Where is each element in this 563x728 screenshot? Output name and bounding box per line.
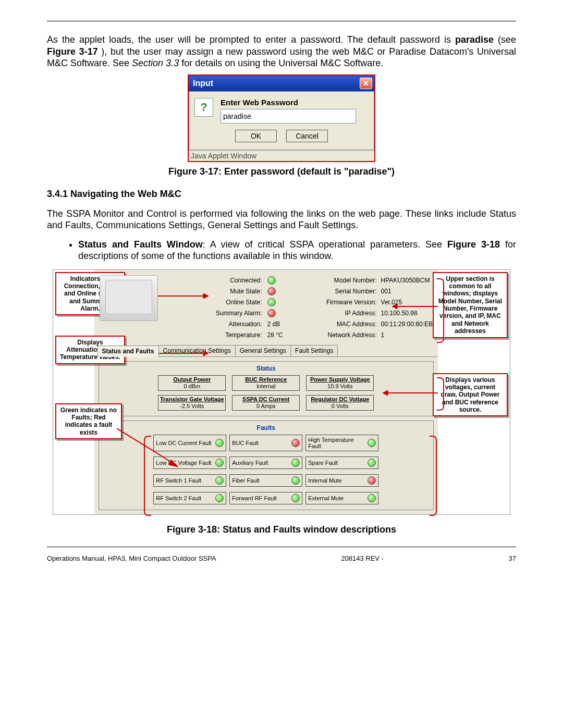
fault-led-icon xyxy=(291,494,300,502)
bottom-rule xyxy=(47,547,516,547)
kv-value: 00:11:29:00:80:EB xyxy=(381,320,433,328)
status-box-value: 10.9 Volts xyxy=(308,383,372,390)
kv-table: Connected:Model Number:HPAKU3050BCMMute … xyxy=(158,275,433,341)
footer-center: 208143 REV - xyxy=(341,554,384,562)
tab-general-settings[interactable]: General Settings xyxy=(235,345,291,356)
status-box: SSPA DC Current0 Amps xyxy=(232,395,300,411)
status-box-value: Internal xyxy=(234,383,298,390)
kv-label: Temperature: xyxy=(158,331,267,339)
input-dialog: Input ✕ ? Enter Web Password OK Cancel J… xyxy=(188,75,375,162)
status-box-value: 0 Volts xyxy=(308,403,372,410)
kv-label: Connected: xyxy=(158,277,267,284)
fault-box: Forward RF Fault xyxy=(229,492,302,504)
bracket-left-bottom xyxy=(144,436,151,516)
status-box: BUC ReferenceInternal xyxy=(232,375,300,391)
bullet-status-faults: Status and Faults Window: A view of crit… xyxy=(78,239,516,262)
intro-paragraph: As the applet loads, the user will be pr… xyxy=(47,34,516,69)
kv-row: Summary Alarm:IP Address:10.100.50.98 xyxy=(158,308,433,319)
cancel-button[interactable]: Cancel xyxy=(286,130,328,142)
fault-box: Auxiliary Fault xyxy=(229,456,302,469)
fault-box: High Temperature Fault xyxy=(305,435,378,451)
password-input[interactable] xyxy=(221,109,356,124)
kv-value: 2 dB xyxy=(267,320,299,328)
fault-box: RF Switch 1 Fault xyxy=(153,474,226,487)
status-box-name: Transistor Gate Voltage xyxy=(160,396,224,403)
kv-label: Firmware Version: xyxy=(299,299,381,306)
status-box-value: 0 Amps xyxy=(234,403,298,410)
fault-box-name: Auxiliary Fault xyxy=(232,460,288,466)
fault-box-name: Forward RF Fault xyxy=(232,495,288,501)
fault-box-name: RF Switch 1 Fault xyxy=(156,477,212,484)
status-box-value: -2.5 Volts xyxy=(160,403,224,410)
bracket-right-mid xyxy=(437,377,444,411)
fault-box-name: Internal Mute xyxy=(308,477,364,484)
status-led-icon xyxy=(267,287,276,295)
bracket-right-bottom xyxy=(430,436,437,516)
tab-bar: Status and FaultsCommunication SettingsG… xyxy=(97,345,438,357)
fault-box-name: External Mute xyxy=(308,495,364,501)
status-box: Regulator DC Voltage0 Volts xyxy=(306,395,374,411)
fault-box-name: Fiber Fault xyxy=(232,477,288,484)
ok-button[interactable]: OK xyxy=(235,130,277,142)
dialog-titlebar: Input ✕ xyxy=(189,76,374,91)
figure-ref: Figure 3-17 xyxy=(47,46,98,57)
fault-box: Internal Mute xyxy=(305,474,378,487)
question-icon: ? xyxy=(194,98,213,117)
fault-box-name: BUC Fault xyxy=(232,440,288,446)
status-led-icon xyxy=(267,309,276,317)
status-box-name: Regulator DC Voltage xyxy=(308,396,372,403)
fault-led-icon xyxy=(291,476,300,485)
status-box-name: Output Power xyxy=(160,376,224,383)
fault-led-icon xyxy=(368,459,376,467)
kv-value xyxy=(267,298,299,306)
status-title: Status xyxy=(102,364,430,375)
figure-18-container: Indicators for Connection, Mute and Onli… xyxy=(53,269,510,515)
section-heading: 3.4.1 Navigating the Web M&C xyxy=(47,189,516,200)
bullet-list: Status and Faults Window: A view of crit… xyxy=(78,239,516,262)
tab-status-and-faults[interactable]: Status and Faults xyxy=(97,346,159,357)
status-box: Transistor Gate Voltage-2.5 Volts xyxy=(158,395,226,411)
status-box-name: Power Supply Voltage xyxy=(308,376,372,383)
text: (see xyxy=(498,34,516,45)
status-box-value: 0 dBm xyxy=(160,383,224,390)
fault-led-icon xyxy=(368,476,376,485)
text: : A view of critical SSPA operational pa… xyxy=(203,239,447,250)
kv-label: MAC Address: xyxy=(299,320,381,328)
kv-value: 001 xyxy=(381,288,433,295)
fault-box: External Mute xyxy=(305,492,378,504)
svg-marker-9 xyxy=(383,390,388,396)
status-box: Power Supply Voltage10.9 Volts xyxy=(306,375,374,391)
footer-left: Operations Manual, HPA3, Mini Compact Ou… xyxy=(47,554,216,562)
tab-fault-settings[interactable]: Fault Settings xyxy=(290,345,338,356)
kv-label: Model Number: xyxy=(299,277,381,284)
fault-box-name: High Temperature Fault xyxy=(308,437,364,449)
kv-label: IP Address: xyxy=(299,310,381,317)
fault-led-icon xyxy=(291,439,300,447)
fault-box: Fiber Fault xyxy=(229,474,302,487)
kv-value: HPAKU3050BCM xyxy=(381,277,433,284)
fault-led-icon xyxy=(368,439,376,447)
figure-18-caption: Figure 3-18: Status and Faults window de… xyxy=(47,524,516,535)
text-bold: paradise xyxy=(455,34,494,45)
dialog-label: Enter Web Password xyxy=(221,98,356,107)
kv-row: Connected:Model Number:HPAKU3050BCM xyxy=(158,275,433,286)
top-rule xyxy=(47,21,516,21)
fault-led-icon xyxy=(215,439,224,447)
device-image xyxy=(100,275,158,321)
section-ref: Section 3.3 xyxy=(132,58,179,68)
fault-box-name: RF Switch 2 Fault xyxy=(156,495,212,501)
kv-value xyxy=(267,276,299,285)
fault-led-icon xyxy=(291,459,300,467)
arrow xyxy=(392,301,438,312)
svg-marker-7 xyxy=(392,304,397,309)
fault-box: Spare Fault xyxy=(305,456,378,469)
close-icon[interactable]: ✕ xyxy=(360,78,372,89)
text: for details on using the Universal M&C S… xyxy=(181,58,383,68)
page-footer: Operations Manual, HPA3, Mini Compact Ou… xyxy=(47,554,516,562)
dialog-title-text: Input xyxy=(193,79,213,88)
svg-marker-3 xyxy=(203,351,209,356)
fault-led-icon xyxy=(368,494,376,502)
bullet-title: Status and Faults Window xyxy=(78,239,203,250)
callout-fault-colors: Green indicates no Faults; Red indicates… xyxy=(55,403,122,440)
fault-led-icon xyxy=(215,476,224,485)
